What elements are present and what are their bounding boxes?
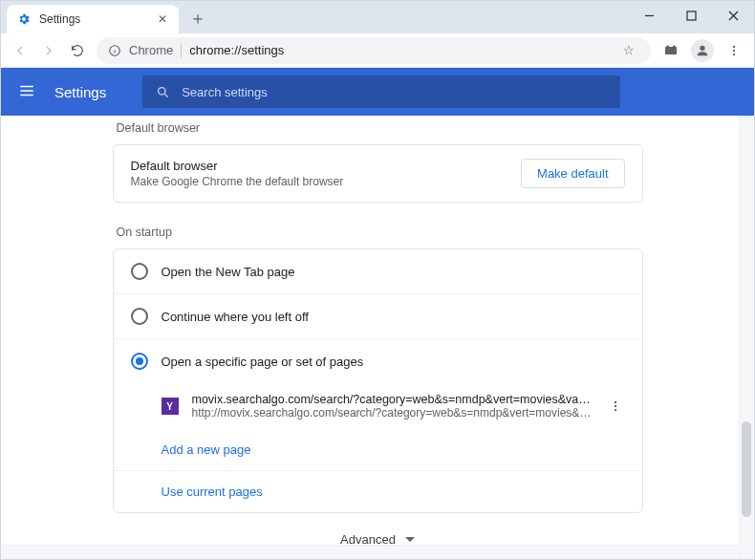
advanced-toggle[interactable]: Advanced xyxy=(113,513,643,544)
svg-point-20 xyxy=(614,405,615,407)
make-default-button[interactable]: Make default xyxy=(521,159,624,188)
svg-point-19 xyxy=(614,401,615,403)
scroll-thumb[interactable] xyxy=(742,421,751,517)
settings-title: Settings xyxy=(54,84,106,100)
window-close-button[interactable] xyxy=(712,1,754,30)
browser-toolbar: Chrome chrome://settings ☆ xyxy=(1,33,754,68)
horizontal-scrollbar[interactable] xyxy=(1,545,739,559)
startup-page-title: movix.searchalgo.com/search/?category=we… xyxy=(192,393,593,406)
radio-icon[interactable] xyxy=(131,353,148,370)
forward-button[interactable] xyxy=(39,41,58,60)
section-title-on-startup: On startup xyxy=(117,226,643,239)
startup-card: Open the New Tab page Continue where you… xyxy=(113,248,643,513)
svg-point-21 xyxy=(614,409,615,411)
svg-rect-9 xyxy=(673,45,676,48)
browser-menu-icon[interactable] xyxy=(723,40,744,61)
new-tab-button[interactable]: ＋ xyxy=(184,5,211,32)
settings-header: Settings xyxy=(1,68,754,116)
settings-search[interactable] xyxy=(142,75,620,108)
settings-search-input[interactable] xyxy=(182,85,607,99)
svg-point-12 xyxy=(733,49,735,51)
startup-option-continue[interactable]: Continue where you left off xyxy=(114,293,642,338)
search-icon xyxy=(156,85,170,99)
startup-option-specific[interactable]: Open a specific page or set of pages xyxy=(114,338,642,383)
section-title-default-browser: Default browser xyxy=(117,121,643,135)
default-browser-label: Default browser xyxy=(131,159,508,173)
startup-option-newtab[interactable]: Open the New Tab page xyxy=(114,249,642,293)
url-scheme: Chrome xyxy=(129,43,182,57)
add-new-page-link[interactable]: Add a new page xyxy=(114,429,642,470)
svg-point-13 xyxy=(733,53,735,54)
tab-settings[interactable]: Settings ✕ xyxy=(7,5,179,33)
url-text: chrome://settings xyxy=(189,43,284,57)
vertical-scrollbar[interactable] xyxy=(739,116,753,559)
hamburger-menu-icon[interactable] xyxy=(18,82,37,101)
tab-close-icon[interactable]: ✕ xyxy=(156,12,169,26)
startup-page-url: http://movix.searchalgo.com/search/?cate… xyxy=(192,406,593,420)
radio-icon[interactable] xyxy=(131,263,148,280)
default-browser-card: Default browser Make Google Chrome the d… xyxy=(113,144,643,203)
use-current-pages-link[interactable]: Use current pages xyxy=(114,470,642,512)
tab-strip: Settings ✕ ＋ xyxy=(1,1,754,33)
reload-button[interactable] xyxy=(68,41,87,60)
site-info-icon[interactable] xyxy=(108,44,121,57)
window-maximize-button[interactable] xyxy=(670,1,712,30)
settings-gear-icon xyxy=(16,11,32,27)
back-button[interactable] xyxy=(11,41,30,60)
address-bar[interactable]: Chrome chrome://settings ☆ xyxy=(97,37,651,64)
default-browser-sub: Make Google Chrome the default browser xyxy=(131,175,508,188)
radio-icon[interactable] xyxy=(131,308,148,325)
svg-rect-8 xyxy=(666,45,669,48)
svg-line-18 xyxy=(165,94,168,97)
tab-title: Settings xyxy=(39,12,148,26)
svg-point-11 xyxy=(733,45,735,47)
page-more-icon[interactable] xyxy=(606,397,625,416)
chevron-down-icon xyxy=(405,537,415,542)
profile-avatar-icon[interactable] xyxy=(691,39,714,62)
bookmark-star-icon[interactable]: ☆ xyxy=(618,40,639,61)
window-minimize-button[interactable] xyxy=(628,1,670,30)
svg-rect-1 xyxy=(687,11,696,20)
svg-point-10 xyxy=(700,45,704,50)
startup-page-row: Y movix.searchalgo.com/search/?category=… xyxy=(114,383,642,429)
svg-point-17 xyxy=(159,87,166,95)
extension-icon[interactable] xyxy=(660,40,681,61)
page-favicon-icon: Y xyxy=(162,398,179,415)
